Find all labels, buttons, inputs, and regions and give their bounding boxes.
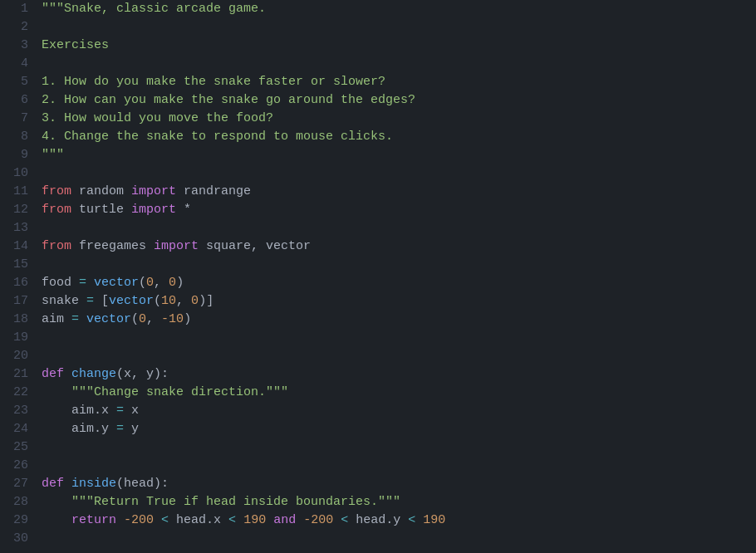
code-line-28: """Return True if head inside boundaries… [42, 493, 749, 511]
code-line-20 [42, 347, 749, 365]
code-line-4 [42, 55, 749, 73]
line-num-21: 21 [7, 365, 28, 384]
code-line-8: 4. Change the snake to respond to mouse … [42, 128, 749, 146]
code-line-17: snake = [vector(10, 0)] [42, 292, 749, 311]
code-line-15 [42, 256, 749, 274]
line-num-5: 5 [7, 73, 28, 91]
line-num-14: 14 [7, 237, 28, 256]
line-num-8: 8 [7, 128, 28, 146]
line-num-1: 1 [7, 0, 28, 18]
line-num-4: 4 [7, 55, 28, 73]
code-line-13 [42, 219, 749, 237]
line-num-11: 11 [7, 183, 28, 201]
code-line-23: aim.x = x [42, 402, 749, 420]
code-line-19 [42, 329, 749, 347]
line-num-6: 6 [7, 91, 28, 110]
code-editor: 1 2 3 4 5 6 7 8 9 10 11 12 13 14 15 16 1… [0, 0, 756, 553]
code-line-24: aim.y = y [42, 420, 749, 438]
code-line-5: 1. How do you make the snake faster or s… [42, 73, 749, 91]
line-num-15: 15 [7, 256, 28, 274]
line-num-23: 23 [7, 402, 28, 420]
line-num-13: 13 [7, 219, 28, 237]
code-line-27: def inside(head): [42, 475, 749, 493]
code-line-1: """Snake, classic arcade game. [42, 0, 749, 18]
code-line-21: def change(x, y): [42, 365, 749, 384]
line-num-30: 30 [7, 530, 28, 548]
code-line-6: 2. How can you make the snake go around … [42, 91, 749, 110]
code-line-3: Exercises [42, 37, 749, 55]
line-num-25: 25 [7, 438, 28, 457]
code-line-26 [42, 457, 749, 475]
line-num-27: 27 [7, 475, 28, 493]
code-line-14: from freegames import square, vector [42, 237, 749, 256]
code-line-18: aim = vector(0, -10) [42, 311, 749, 329]
code-line-11: from random import randrange [42, 183, 749, 201]
code-line-16: food = vector(0, 0) [42, 274, 749, 292]
code-content: """Snake, classic arcade game. Exercises… [35, 0, 756, 553]
line-numbers: 1 2 3 4 5 6 7 8 9 10 11 12 13 14 15 16 1… [0, 0, 35, 553]
line-num-17: 17 [7, 292, 28, 311]
line-num-12: 12 [7, 201, 28, 219]
line-num-22: 22 [7, 384, 28, 402]
line-num-10: 10 [7, 164, 28, 183]
code-line-22: """Change snake direction.""" [42, 384, 749, 402]
line-num-19: 19 [7, 329, 28, 347]
line-num-26: 26 [7, 457, 28, 475]
line-num-3: 3 [7, 37, 28, 55]
code-line-9: """ [42, 146, 749, 164]
line-num-18: 18 [7, 311, 28, 329]
code-line-12: from turtle import * [42, 201, 749, 219]
code-line-29: return -200 < head.x < 190 and -200 < he… [42, 511, 749, 530]
line-num-16: 16 [7, 274, 28, 292]
line-num-7: 7 [7, 110, 28, 128]
code-line-10 [42, 164, 749, 183]
line-num-24: 24 [7, 420, 28, 438]
code-line-2 [42, 18, 749, 37]
code-line-30 [42, 530, 749, 548]
line-num-20: 20 [7, 347, 28, 365]
line-num-29: 29 [7, 511, 28, 530]
line-num-2: 2 [7, 18, 28, 37]
code-line-25 [42, 438, 749, 457]
line-num-28: 28 [7, 493, 28, 511]
code-line-7: 3. How would you move the food? [42, 110, 749, 128]
line-num-9: 9 [7, 146, 28, 164]
